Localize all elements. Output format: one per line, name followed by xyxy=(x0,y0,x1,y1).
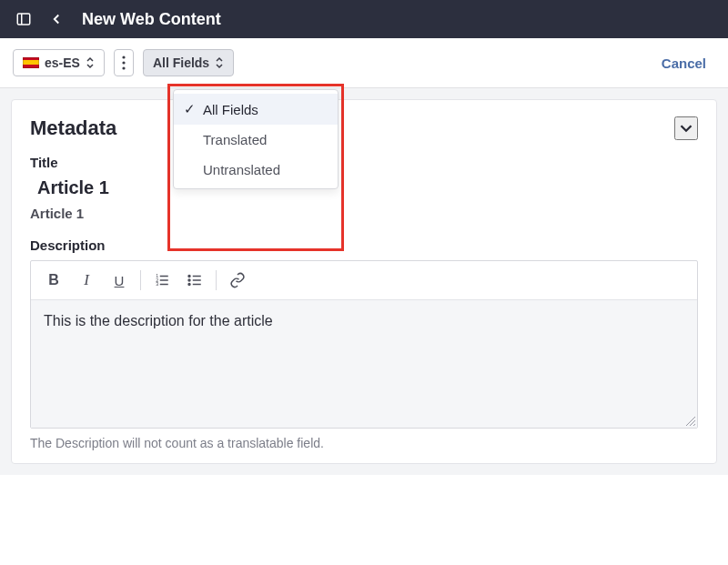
panel-icon xyxy=(15,11,32,27)
language-selector[interactable]: es-ES xyxy=(13,49,105,76)
title-value: Article 1 xyxy=(37,177,698,198)
rte-underline-button[interactable]: U xyxy=(104,267,135,294)
rte-italic-button[interactable]: I xyxy=(71,267,102,294)
filter-option-label: Translated xyxy=(203,132,267,147)
fields-filter-dropdown: ✓ All Fields Translated Untranslated xyxy=(173,89,339,189)
rte-separator xyxy=(140,270,141,290)
panel-header: Metadata xyxy=(30,116,698,140)
rte-textarea[interactable]: This is the description for the article xyxy=(31,300,697,428)
top-bar: New Web Content xyxy=(0,0,728,38)
chevron-down-icon xyxy=(676,118,696,138)
rte-unordered-list-button[interactable] xyxy=(179,267,210,294)
sort-icon xyxy=(215,56,224,69)
description-hint: The Description will not count as a tran… xyxy=(30,436,698,450)
svg-point-14 xyxy=(188,276,190,277)
panel-heading: Metadata xyxy=(30,116,116,140)
svg-point-2 xyxy=(122,55,125,58)
back-button[interactable] xyxy=(44,6,69,32)
rich-text-editor: B I U 123 This is the description for th… xyxy=(30,260,698,429)
unordered-list-icon xyxy=(187,272,203,288)
metadata-panel: Metadata Title Article 1 Article 1 Descr… xyxy=(11,99,717,464)
rte-toolbar: B I U 123 xyxy=(31,261,697,300)
filter-option-label: All Fields xyxy=(203,102,258,117)
chevron-left-icon xyxy=(48,11,65,27)
kebab-icon xyxy=(122,55,126,70)
rte-bold-button[interactable]: B xyxy=(38,267,69,294)
sidebar-toggle-button[interactable] xyxy=(11,6,36,32)
cancel-button[interactable]: Cancel xyxy=(652,50,715,76)
check-icon: ✓ xyxy=(183,101,196,117)
language-label: es-ES xyxy=(45,55,80,70)
filter-option-translated[interactable]: Translated xyxy=(174,125,338,155)
svg-point-3 xyxy=(122,61,125,64)
svg-point-4 xyxy=(122,66,125,69)
svg-point-16 xyxy=(188,284,190,286)
filter-option-all-fields[interactable]: ✓ All Fields xyxy=(174,94,338,125)
rte-separator xyxy=(216,270,217,290)
resize-handle[interactable] xyxy=(684,415,695,426)
svg-point-15 xyxy=(188,279,190,281)
svg-rect-0 xyxy=(17,14,30,25)
filter-option-untranslated[interactable]: Untranslated xyxy=(174,155,338,185)
page-body: Metadata Title Article 1 Article 1 Descr… xyxy=(0,88,728,475)
sort-icon xyxy=(86,56,95,69)
rte-ordered-list-button[interactable]: 123 xyxy=(147,267,177,294)
page-title: New Web Content xyxy=(82,10,221,29)
svg-line-19 xyxy=(693,424,695,426)
fields-filter-label: All Fields xyxy=(153,55,209,70)
more-actions-button[interactable] xyxy=(114,49,134,76)
title-field-label: Title xyxy=(30,155,698,170)
filter-option-label: Untranslated xyxy=(203,162,280,177)
ordered-list-icon: 123 xyxy=(154,272,170,288)
rte-link-button[interactable] xyxy=(222,267,253,294)
panel-collapse-button[interactable] xyxy=(674,116,698,140)
toolbar: es-ES All Fields Cancel ✓ All Fields Tra… xyxy=(0,38,728,88)
link-icon xyxy=(229,272,246,288)
title-translated-value: Article 1 xyxy=(30,206,698,221)
flag-icon xyxy=(23,57,39,68)
svg-text:3: 3 xyxy=(156,281,158,287)
rte-content: This is the description for the article xyxy=(44,313,273,328)
fields-filter-button[interactable]: All Fields xyxy=(143,49,234,76)
description-field-label: Description xyxy=(30,237,698,253)
